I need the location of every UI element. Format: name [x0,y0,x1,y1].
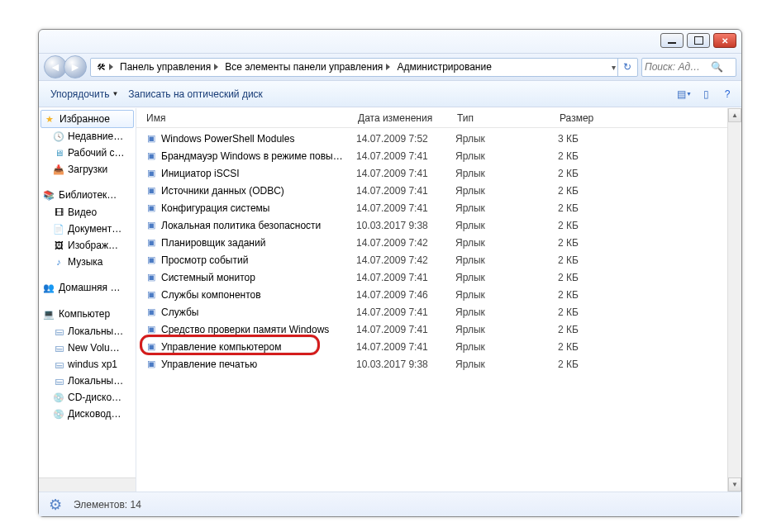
file-date: 14.07.2009 7:41 [356,306,455,318]
scroll-up-button[interactable]: ▲ [728,108,741,122]
history-dropdown-icon[interactable]: ▾ [610,63,617,72]
shortcut-icon: ▣ [145,271,158,284]
file-row[interactable]: ▣Управление компьютером14.07.2009 7:41Яр… [136,338,741,355]
file-type: Ярлык [455,133,558,145]
vertical-scrollbar[interactable]: ▲ ▼ [727,108,741,492]
sidebar-item[interactable]: 💿CD-диско… [39,389,136,406]
file-name: Брандмауэр Windows в режиме повы… [161,150,356,162]
file-type: Ярлык [455,150,558,162]
scroll-down-button[interactable]: ▼ [728,477,741,492]
file-row[interactable]: ▣Планировщик заданий14.07.2009 7:42Ярлык… [136,234,741,251]
music-icon: ♪ [52,255,65,268]
view-mode-button[interactable]: ▤ ▼ [677,87,692,102]
video-icon: 🎞 [52,206,65,219]
file-size: 2 КБ [558,150,632,162]
shortcut-icon: ▣ [145,358,158,371]
shortcut-icon: ▣ [145,288,158,302]
column-header-name[interactable]: Имя [136,112,351,124]
burn-disc-button[interactable]: Записать на оптический диск [123,86,268,102]
minimize-button[interactable] [660,33,684,48]
file-name: Системный монитор [161,272,356,283]
search-box[interactable]: 🔍 [641,58,736,77]
file-row[interactable]: ▣Управление печатью10.03.2017 9:38Ярлык2… [136,355,741,373]
file-date: 14.07.2009 7:52 [356,133,455,145]
documents-icon: 📄 [52,222,65,235]
file-type: Ярлык [455,254,558,266]
sidebar-item[interactable]: 📥Загрузки [39,161,136,178]
shortcut-icon: ▣ [145,219,158,232]
file-row[interactable]: ▣Локальная политика безопасности10.03.20… [136,216,741,234]
library-icon: 📚 [42,188,55,202]
sidebar-item[interactable]: 🖴Локальны… [39,323,136,340]
chevron-right-icon[interactable] [109,64,117,70]
sidebar-computer-header[interactable]: 💻Компьютер [39,305,136,323]
file-date: 14.07.2009 7:41 [356,150,455,162]
file-row[interactable]: ▣Конфигурация системы14.07.2009 7:41Ярлы… [136,199,741,216]
file-row[interactable]: ▣Службы компонентов14.07.2009 7:46Ярлык2… [136,286,741,303]
file-row[interactable]: ▣Просмотр событий14.07.2009 7:42Ярлык2 К… [136,251,741,268]
sidebar-item[interactable]: 🖴New Volu… [39,340,136,356]
file-type: Ярлык [455,306,558,318]
file-name: Просмотр событий [161,254,356,266]
cd-drive-icon: 💿 [52,391,65,404]
close-button[interactable] [713,33,736,48]
file-row[interactable]: ▣Службы14.07.2009 7:41Ярлык2 КБ [136,303,741,321]
file-date: 10.03.2017 9:38 [356,359,455,370]
pictures-icon: 🖼 [52,239,65,252]
sidebar-homegroup-header[interactable]: 👥Домашняя … [39,278,136,297]
column-header-size[interactable]: Размер [553,112,627,124]
maximize-button[interactable] [687,33,710,48]
sidebar-item[interactable]: 🕓Недавние… [39,128,136,145]
breadcrumb-segment[interactable]: Администрирование [393,59,494,76]
breadcrumb-segment[interactable]: Все элементы панели управления [222,59,386,76]
sidebar-favorites-header[interactable]: ★ Избранное [40,110,134,128]
chevron-right-icon[interactable] [386,64,393,70]
file-size: 3 КБ [558,133,632,145]
sidebar-item[interactable]: 🖥Рабочий с… [39,145,136,161]
sidebar-item[interactable]: 🖴Локальны… [39,373,136,389]
chevron-right-icon[interactable] [214,64,222,70]
file-row[interactable]: ▣Брандмауэр Windows в режиме повы…14.07.… [136,147,741,164]
refresh-button[interactable]: ↻ [617,59,636,76]
sidebar-item[interactable]: 💿Дисковод… [39,406,136,422]
file-type: Ярлык [455,341,558,353]
organize-button[interactable]: Упорядочить ▼ [45,86,123,102]
breadcrumb-segment[interactable]: Панель управления [117,59,214,76]
favorites-label: Избранное [60,113,110,125]
sidebar-item[interactable]: 🎞Видео [39,204,136,221]
address-bar[interactable]: 🛠 Панель управления Все элементы панели … [90,58,638,77]
search-input[interactable] [645,61,711,73]
file-date: 14.07.2009 7:42 [356,237,455,249]
file-type: Ярлык [455,220,558,231]
sidebar-libraries-header[interactable]: 📚Библиотек… [39,186,136,204]
item-count-label: Элементов: 14 [74,499,141,511]
horizontal-scrollbar[interactable] [39,477,136,492]
navigation-pane[interactable]: ★ Избранное 🕓Недавние… 🖥Рабочий с… 📥Загр… [39,108,136,492]
sidebar-item[interactable]: 🖼Изображ… [39,237,136,254]
preview-pane-button[interactable]: ▯ [698,87,713,102]
file-name: Средство проверки памяти Windows [161,324,356,335]
file-size: 2 КБ [558,272,632,283]
file-date: 14.07.2009 7:41 [356,168,455,179]
star-icon: ★ [43,112,56,126]
search-icon[interactable]: 🔍 [711,61,723,73]
file-name: Управление печатью [161,359,356,370]
forward-button[interactable]: ► [64,55,87,78]
file-name: Службы компонентов [161,289,356,301]
sidebar-item[interactable]: ♪Музыка [39,254,136,270]
help-button[interactable]: ? [720,87,735,102]
file-row[interactable]: ▣Источники данных (ODBC)14.07.2009 7:41Я… [136,182,741,199]
file-type: Ярлык [455,289,558,301]
sidebar-item[interactable]: 📄Документ… [39,221,136,237]
sidebar-item[interactable]: 🖴windus xp1 [39,356,136,373]
file-row[interactable]: ▣Системный монитор14.07.2009 7:41Ярлык2 … [136,268,741,286]
file-name: Конфигурация системы [161,202,356,214]
shortcut-icon: ▣ [145,150,158,163]
file-row[interactable]: ▣Windows PowerShell Modules14.07.2009 7:… [136,130,741,147]
column-header-type[interactable]: Тип [450,112,553,124]
file-date: 14.07.2009 7:42 [356,254,455,266]
file-row[interactable]: ▣Средство проверки памяти Windows14.07.2… [136,321,741,338]
column-header-date[interactable]: Дата изменения [351,112,450,124]
file-row[interactable]: ▣Инициатор iSCSI14.07.2009 7:41Ярлык2 КБ [136,164,741,182]
shortcut-icon: ▣ [145,340,158,354]
